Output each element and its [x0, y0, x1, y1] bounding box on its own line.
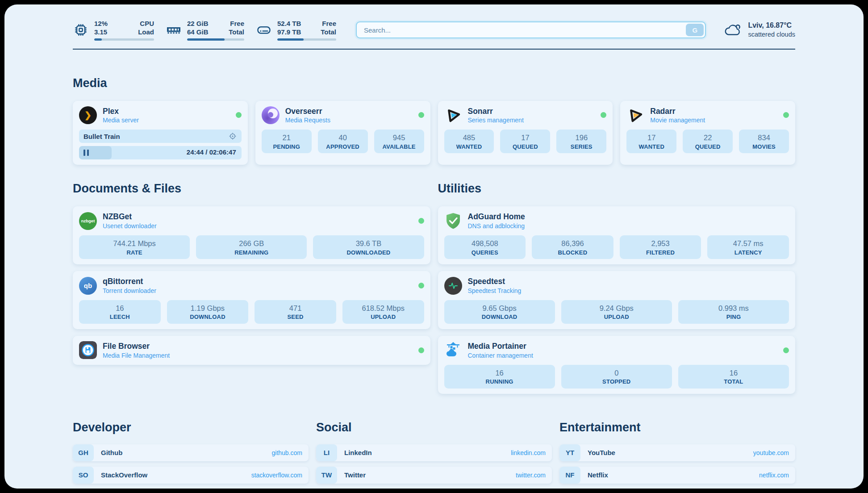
stat-blocked: 86,396 BLOCKED: [532, 235, 613, 259]
search-engine-button[interactable]: G: [686, 24, 704, 36]
app-subtitle: Speedtest Tracking: [468, 287, 522, 295]
link-name: Github: [101, 449, 122, 456]
cpu-stat: 12% 3.15 CPU Load: [73, 20, 154, 41]
adguard-icon: [444, 212, 462, 230]
stat-rate: 744.21 Mbps RATE: [79, 235, 190, 259]
cloud-icon: [724, 22, 743, 38]
stat-downloaded: 39.6 TB DOWNLOADED: [313, 235, 424, 259]
cpu-usage-value: 12%: [94, 20, 108, 28]
app-card-overseerr[interactable]: Overseerr Media Requests 21 PENDING 40 A…: [255, 101, 430, 165]
app-card-plex[interactable]: ❯ Plex Media server Bullet Train 24:44 /…: [73, 101, 248, 165]
link-url[interactable]: github.com: [272, 449, 302, 456]
stat-latency: 47.57 ms LATENCY: [707, 235, 789, 259]
speedtest-icon: [444, 277, 462, 295]
now-playing-row: Bullet Train: [79, 130, 242, 143]
disk-progress-fill: [277, 38, 304, 41]
app-card-speedtest[interactable]: Speedtest Speedtest Tracking 9.65 Gbps D…: [438, 271, 796, 329]
app-card-portainer[interactable]: Media Portainer Container management 16 …: [438, 336, 796, 394]
overseerr-icon: [262, 106, 280, 124]
qbittorrent-icon: qb: [79, 277, 97, 295]
link-row-stackoverflow[interactable]: SO StackOverflow stackoverflow.com: [73, 467, 309, 484]
weather-condition: scattered clouds: [748, 30, 795, 39]
disk-free-label: Free: [321, 20, 336, 28]
sonarr-icon: [444, 106, 462, 124]
filebrowser-icon: [79, 341, 97, 359]
link-tag: NF: [559, 467, 580, 484]
link-row-linkedin[interactable]: LI LinkedIn linkedin.com: [316, 444, 552, 461]
app-name: Radarr: [650, 106, 705, 117]
app-name: Media Portainer: [468, 341, 533, 351]
app-subtitle: DNS and adblocking: [468, 222, 525, 230]
link-row-github[interactable]: GH Github github.com: [73, 444, 309, 461]
app-subtitle: Torrent downloader: [103, 287, 156, 295]
link-tag: SO: [73, 467, 94, 484]
playback-time: 24:44 / 02:06:47: [187, 148, 236, 156]
portainer-icon: [444, 341, 462, 359]
stat-wanted: 485 WANTED: [444, 130, 494, 153]
app-subtitle: Media server: [103, 116, 139, 124]
link-name: Netflix: [588, 471, 608, 479]
section-entertainment: Entertainment YT YouTube youtube.com NF …: [559, 421, 795, 489]
disk-total-value: 97.9 TB: [277, 28, 301, 37]
section-utilities: Utilities AdGuard Home DNS and adb: [438, 182, 796, 393]
app-name: File Browser: [103, 341, 170, 351]
app-subtitle: Container management: [468, 351, 533, 359]
pause-button[interactable]: [83, 150, 90, 156]
app-subtitle: Movie management: [650, 116, 705, 124]
stat-download: 9.65 Gbps DOWNLOAD: [444, 300, 555, 324]
stat-stopped: 0 STOPPED: [561, 365, 672, 389]
search-input[interactable]: [356, 21, 706, 38]
status-dot: [601, 112, 606, 118]
stat-approved: 40 APPROVED: [318, 130, 368, 153]
system-stats: 12% 3.15 CPU Load: [73, 20, 336, 41]
link-row-twitter[interactable]: TW Twitter twitter.com: [316, 467, 552, 484]
app-card-qbittorrent[interactable]: qb qBittorrent Torrent downloader 16 LEE…: [73, 271, 430, 329]
disk-icon: [256, 22, 272, 38]
link-url[interactable]: linkedin.com: [511, 449, 546, 456]
section-title-developer: Developer: [73, 421, 309, 435]
stat-wanted: 17 WANTED: [626, 130, 676, 153]
link-url[interactable]: youtube.com: [753, 449, 789, 456]
stat-remaining: 266 GB REMAINING: [196, 235, 307, 259]
disk-stat: 52.4 TB 97.9 TB Free Total: [256, 20, 336, 41]
ram-stat: 22 GiB 64 GiB Free Total: [166, 20, 244, 41]
ram-total-label: Total: [229, 28, 244, 37]
ram-total-value: 64 GiB: [187, 28, 209, 37]
app-card-nzbget[interactable]: nzbget NZBGet Usenet downloader 744.21 M…: [73, 206, 430, 264]
status-dot: [783, 112, 789, 118]
app-name: Speedtest: [468, 276, 522, 287]
link-tag: TW: [316, 467, 337, 484]
link-name: LinkedIn: [344, 449, 372, 456]
status-dot: [783, 347, 789, 353]
link-row-netflix[interactable]: NF Netflix netflix.com: [559, 467, 795, 484]
plex-icon: ❯: [79, 106, 97, 124]
settings-icon[interactable]: [228, 132, 237, 141]
ram-free-label: Free: [229, 20, 244, 28]
link-url[interactable]: netflix.com: [759, 472, 789, 479]
status-dot: [418, 347, 424, 353]
ram-icon: [166, 22, 182, 38]
stat-total: 16 TOTAL: [678, 365, 789, 389]
link-url[interactable]: twitter.com: [516, 472, 546, 479]
stat-seed: 471 SEED: [255, 300, 336, 324]
app-card-radarr[interactable]: Radarr Movie management 17 WANTED 22 QUE…: [620, 101, 795, 165]
link-url[interactable]: stackoverflow.com: [251, 472, 302, 479]
dashboard-page: 12% 3.15 CPU Load: [4, 4, 864, 489]
link-row-youtube[interactable]: YT YouTube youtube.com: [559, 444, 795, 461]
app-card-filebrowser[interactable]: File Browser Media File Management: [73, 336, 430, 365]
app-name: NZBGet: [103, 212, 157, 222]
stat-ping: 0.993 ms PING: [678, 300, 789, 324]
link-tag: GH: [73, 444, 94, 461]
stat-filtered: 2,953 FILTERED: [620, 235, 701, 259]
link-tag: YT: [559, 444, 580, 461]
app-card-adguard[interactable]: AdGuard Home DNS and adblocking 498,508 …: [438, 206, 796, 264]
app-card-sonarr[interactable]: Sonarr Series management 485 WANTED 17 Q…: [438, 101, 613, 165]
status-dot: [418, 218, 424, 224]
ram-progress-fill: [187, 38, 225, 41]
stat-upload: 9.24 Gbps UPLOAD: [561, 300, 672, 324]
section-documents: Documents & Files nzbget NZBGet Usenet d…: [73, 182, 430, 393]
app-name: AdGuard Home: [468, 212, 525, 222]
section-title-utilities: Utilities: [438, 182, 796, 196]
stat-queries: 498,508 QUERIES: [444, 235, 526, 259]
app-subtitle: Series management: [468, 116, 524, 124]
